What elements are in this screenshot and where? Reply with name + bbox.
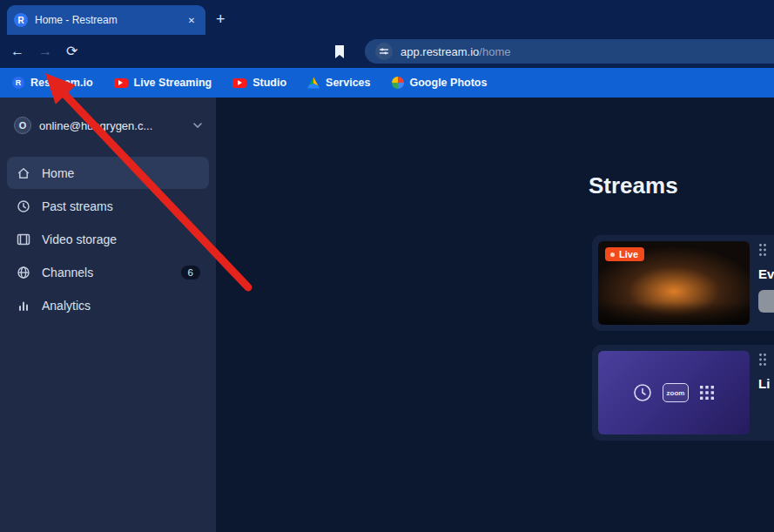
stream-card-info: Ev — [758, 241, 774, 325]
browser-tab[interactable]: R Home - Restream ✕ — [7, 5, 205, 35]
google-drive-icon — [307, 77, 320, 89]
url-path: /home — [479, 45, 510, 58]
tab-favicon-restream-icon: R — [14, 13, 28, 27]
stream-card[interactable]: Live Ev — [592, 235, 774, 331]
sidebar-item-channels[interactable]: Channels 6 — [7, 256, 209, 288]
sidebar-item-analytics[interactable]: Analytics — [7, 289, 209, 321]
back-icon[interactable]: ← — [10, 44, 24, 58]
sidebar-nav: Home Past streams Video stora — [0, 157, 216, 321]
bookmark-services[interactable]: Services — [307, 77, 370, 89]
site-settings-icon[interactable] — [375, 43, 393, 60]
sidebar-item-label: Channels — [42, 266, 93, 279]
clock-logo-icon — [632, 382, 653, 403]
stream-title[interactable]: Ev — [758, 266, 774, 281]
bookmark-live-streaming[interactable]: Live Streaming — [114, 77, 212, 89]
bookmark-label: Restream.io — [30, 77, 93, 89]
stream-title[interactable]: Li — [758, 376, 774, 391]
restream-icon: R — [12, 77, 24, 89]
bar-chart-icon — [16, 298, 31, 313]
channels-count-badge: 6 — [181, 266, 200, 279]
page-content: O online@hungrygen.c... Home — [0, 98, 774, 532]
account-email: online@hungrygen.c... — [39, 119, 185, 132]
main-area: Streams Live Ev — [216, 98, 774, 532]
zoom-logo-icon: zoom — [663, 383, 689, 402]
clock-icon — [16, 199, 31, 214]
live-dot-icon — [610, 253, 615, 257]
url-text[interactable]: app.restream.io/home — [400, 45, 510, 58]
bookmark-label: Studio — [252, 77, 286, 89]
address-bar[interactable]: app.restream.io/home — [365, 39, 774, 64]
drag-handle-icon[interactable] — [758, 353, 774, 370]
film-icon — [16, 232, 31, 247]
stream-card[interactable]: zoom Li — [592, 345, 774, 441]
tab-title: Home - Restream — [35, 14, 178, 26]
tab-strip: R Home - Restream ✕ + — [0, 0, 774, 35]
account-switcher[interactable]: O online@hungrygen.c... — [0, 117, 216, 134]
stream-channel-avatar — [758, 290, 774, 313]
bookmark-label: Google Photos — [410, 77, 488, 89]
forward-icon: → — [38, 44, 52, 58]
bookmark-studio[interactable]: Studio — [232, 77, 286, 89]
bookmarks-bar: R Restream.io Live Streaming Studio Serv… — [0, 68, 774, 98]
sidebar-item-label: Analytics — [42, 299, 91, 313]
drag-handle-icon[interactable] — [758, 243, 774, 260]
bookmark-restream-io[interactable]: R Restream.io — [12, 77, 93, 89]
browser-toolbar: ← → ⟳ app.restream.io/home — [0, 35, 774, 68]
stream-thumbnail[interactable]: Live — [598, 241, 750, 325]
google-photos-icon — [392, 77, 404, 89]
youtube-icon — [232, 78, 246, 88]
grid-dots-icon — [698, 384, 716, 401]
bookmark-label: Live Streaming — [134, 77, 212, 89]
bookmark-google-photos[interactable]: Google Photos — [392, 77, 488, 89]
tab-close-icon[interactable]: ✕ — [185, 13, 199, 27]
new-tab-button[interactable]: + — [216, 11, 225, 27]
streams-heading: Streams — [589, 172, 678, 199]
sidebar-item-past-streams[interactable]: Past streams — [7, 190, 209, 222]
url-host: app.restream.io — [400, 45, 479, 58]
sidebar-item-home[interactable]: Home — [7, 157, 209, 189]
globe-icon — [16, 265, 31, 280]
live-badge-label: Live — [619, 249, 638, 259]
home-icon — [16, 165, 31, 181]
reload-icon[interactable]: ⟳ — [66, 44, 77, 58]
stream-card-info: Li — [758, 351, 774, 434]
sidebar: O online@hungrygen.c... Home — [0, 98, 216, 532]
chevron-down-icon — [193, 123, 202, 128]
sidebar-item-label: Home — [42, 166, 74, 180]
youtube-icon — [114, 78, 128, 88]
live-badge: Live — [605, 247, 644, 261]
sidebar-item-label: Past streams — [42, 199, 113, 213]
sidebar-item-video-storage[interactable]: Video storage — [7, 223, 209, 255]
account-avatar: O — [14, 117, 31, 134]
bookmark-icon[interactable] — [333, 44, 346, 59]
bookmark-label: Services — [326, 77, 370, 89]
sidebar-item-label: Video storage — [42, 232, 117, 246]
stream-thumbnail[interactable]: zoom — [598, 351, 750, 434]
browser-window: R Home - Restream ✕ + ← → ⟳ app.restream… — [0, 0, 774, 532]
